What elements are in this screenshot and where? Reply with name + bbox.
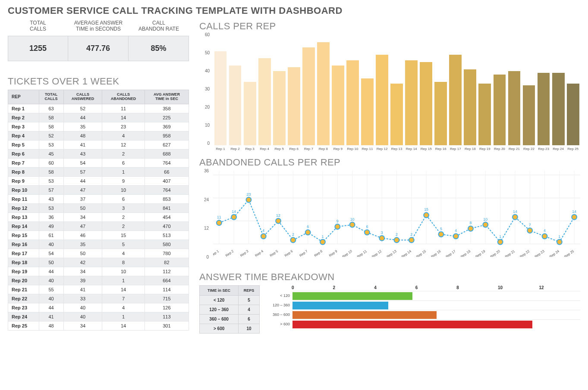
kpi-3-head-a: CALL [152, 20, 165, 26]
svg-point-98 [557, 240, 562, 245]
svg-text:12: 12 [276, 213, 280, 218]
svg-text:Rep 17: Rep 17 [445, 249, 456, 257]
svg-text:6: 6 [307, 225, 309, 229]
tickets-col-0: REP [8, 90, 39, 104]
svg-text:Rep 6: Rep 6 [284, 249, 294, 257]
svg-text:Rep 1: Rep 1 [213, 249, 220, 257]
svg-text:4: 4 [262, 228, 264, 233]
svg-text:3: 3 [381, 231, 383, 235]
bar: Rep 23 [537, 73, 550, 151]
svg-point-44 [290, 237, 296, 243]
page-title: CUSTOMER SERVICE CALL TRACKING TEMPLATE … [8, 5, 580, 16]
table-row: Rep 15614615513 [8, 231, 189, 240]
svg-text:4: 4 [544, 228, 546, 233]
svg-text:Rep 20: Rep 20 [490, 249, 501, 257]
abandoned-calls-title: ABANDONED CALLS PER REP [199, 157, 580, 168]
svg-text:2: 2 [410, 232, 412, 237]
table-row: Rep 2584414225 [8, 113, 189, 122]
svg-point-65 [394, 237, 399, 243]
svg-point-53 [335, 224, 340, 229]
svg-text:7: 7 [529, 223, 531, 227]
tickets-table: REPTOTALCALLSCALLSANSWEREDCALLSABANDONED… [8, 90, 189, 331]
svg-text:1: 1 [322, 234, 324, 239]
bar: Rep 10 [346, 60, 359, 151]
bar: Rep 3 [243, 82, 257, 151]
svg-point-38 [261, 234, 266, 239]
table-row: Rep 1640355580 [8, 240, 189, 249]
svg-text:10: 10 [350, 217, 355, 222]
table-row: Rep 3583523369 [8, 122, 189, 131]
abandoned-calls-chart: 0122436 11Rep 114Rep 223Rep 34Rep 412Rep… [199, 171, 580, 265]
svg-point-83 [483, 222, 488, 228]
svg-text:6: 6 [366, 225, 368, 229]
hbar-row: > 600 [266, 319, 580, 329]
bar: Rep 7 [302, 47, 315, 151]
table-row: Rep 2040391664 [8, 276, 189, 285]
table-row: Rep 760546764 [8, 158, 189, 167]
svg-point-92 [527, 228, 532, 233]
svg-text:11: 11 [217, 215, 221, 219]
kpi-total-calls: 1255 [8, 36, 68, 61]
svg-text:Rep 25: Rep 25 [563, 249, 575, 257]
tickets-col-1: TOTALCALLS [39, 90, 63, 104]
calls-per-rep-title: CALLS PER REP [199, 21, 580, 32]
bar: Rep 14 [405, 60, 418, 151]
svg-text:2: 2 [396, 232, 398, 237]
table-row: > 60010 [200, 324, 260, 334]
svg-point-47 [305, 230, 311, 235]
table-row: 360 – 6006 [200, 315, 260, 324]
svg-point-74 [438, 232, 443, 237]
kpi-2-head-a: AVERAGE ANSWER [74, 20, 123, 26]
table-row: Rep 1143376853 [8, 194, 189, 203]
bar: Rep 24 [551, 73, 565, 151]
bar: Rep 19 [478, 84, 492, 151]
svg-text:Rep 11: Rep 11 [356, 249, 368, 257]
abk-col-reps: REPS [239, 286, 260, 296]
svg-point-86 [498, 240, 503, 245]
bar: Rep 17 [449, 55, 462, 151]
svg-text:Rep 2: Rep 2 [225, 249, 235, 257]
svg-text:Rep 12: Rep 12 [371, 249, 382, 257]
kpi-2-head-b: TIME in SECONDS [76, 26, 121, 32]
svg-text:Rep 24: Rep 24 [549, 249, 560, 257]
hbar-row: 120 – 360 [266, 300, 580, 310]
kpi-1-head-a: TOTAL [30, 20, 46, 26]
svg-point-35 [246, 197, 252, 203]
svg-text:Rep 13: Rep 13 [386, 249, 397, 257]
svg-text:1: 1 [558, 234, 560, 239]
calls-per-rep-chart: 0102030405060 Rep 1Rep 2Rep 3Rep 4Rep 5R… [199, 34, 580, 151]
svg-point-56 [350, 222, 355, 228]
bar: Rep 8 [316, 42, 330, 151]
svg-text:Rep 22: Rep 22 [519, 249, 530, 257]
svg-text:Rep 19: Rep 19 [475, 249, 486, 257]
svg-point-89 [513, 215, 518, 220]
table-row: Rep 1253503841 [8, 203, 189, 212]
hbar-row: 360 – 600 [266, 310, 580, 319]
svg-text:9: 9 [336, 219, 339, 223]
svg-text:8: 8 [470, 221, 472, 225]
svg-text:Rep 9: Rep 9 [328, 249, 338, 257]
kpi-abandon-rate: 85% [129, 36, 189, 61]
svg-point-62 [379, 236, 384, 241]
bar: Rep 1 [214, 51, 227, 151]
svg-text:Rep 15: Rep 15 [415, 249, 427, 257]
svg-text:Rep 10: Rep 10 [342, 249, 353, 257]
table-row: Rep 10574710764 [8, 185, 189, 194]
table-row: Rep 953449407 [8, 176, 189, 185]
table-row: Rep 2344404126 [8, 303, 189, 312]
table-row: Rep 21554114114 [8, 285, 189, 294]
svg-text:Rep 16: Rep 16 [431, 249, 442, 257]
tickets-col-4: AVG ANSWER TIME in SEC [145, 90, 189, 104]
svg-text:Rep 18: Rep 18 [460, 249, 471, 257]
table-row: Rep 185042882 [8, 258, 189, 267]
bar: Rep 25 [566, 84, 580, 151]
svg-text:4: 4 [455, 228, 457, 233]
svg-point-68 [409, 237, 414, 243]
svg-text:14: 14 [232, 209, 236, 214]
table-row: Rep 1336342454 [8, 212, 189, 222]
svg-text:10: 10 [483, 217, 487, 222]
bar: Rep 22 [522, 85, 536, 151]
table-row: Rep 1754504780 [8, 249, 189, 258]
svg-point-32 [231, 215, 236, 220]
table-row: Rep 25483414301 [8, 321, 189, 330]
